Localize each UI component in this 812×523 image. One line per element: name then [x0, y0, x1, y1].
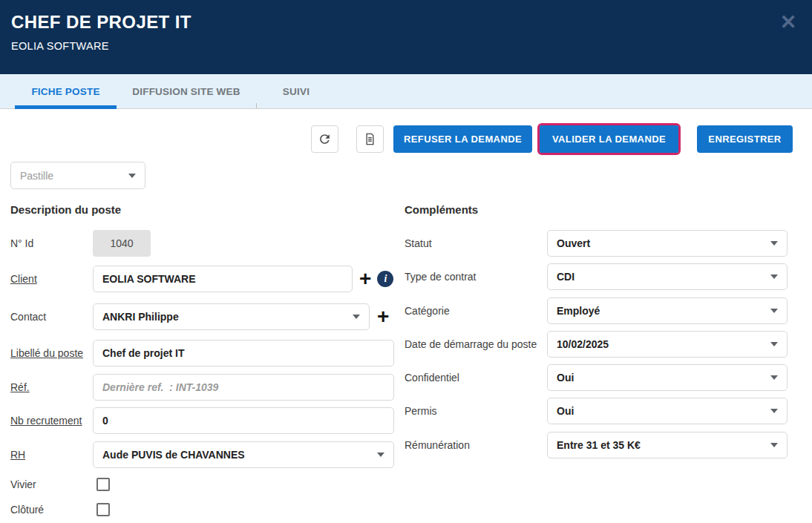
cloture-label: Clôturé — [10, 504, 96, 516]
refresh-icon — [318, 132, 332, 146]
section-title-complements: Compléments — [405, 203, 478, 216]
row-type-contrat: Type de contrat CDI — [405, 263, 802, 290]
confidentiel-select[interactable]: Oui — [547, 364, 788, 391]
remuneration-label: Rémunération — [405, 439, 547, 451]
add-client-icon[interactable]: + — [359, 269, 371, 289]
permis-select[interactable]: Oui — [547, 398, 788, 424]
date-demarrage-label: Date de démarrage du poste — [405, 338, 547, 350]
section-title-description: Description du poste — [10, 203, 121, 216]
vivier-label: Vivier — [10, 478, 96, 490]
validate-request-highlight: VALIDER LA DEMANDE — [537, 123, 681, 155]
chevron-down-icon — [770, 241, 778, 246]
nb-recrutement-label[interactable]: Nb recrutement — [10, 415, 93, 427]
refresh-button[interactable] — [311, 125, 338, 153]
client-label[interactable]: Client — [10, 273, 93, 285]
tab-divider — [256, 103, 257, 108]
ref-input[interactable] — [93, 374, 394, 401]
vivier-checkbox[interactable] — [96, 478, 110, 491]
save-button[interactable]: ENREGISTRER — [697, 125, 793, 153]
remuneration-value: Entre 31 et 35 K€ — [557, 439, 770, 451]
row-contact: Contact ANKRI Philippe + — [10, 303, 396, 330]
dialog-header: CHEF DE PROJET IT EOLIA SOFTWARE ✕ — [0, 0, 812, 74]
chevron-down-icon — [770, 409, 778, 413]
rh-value: Aude PUVIS de CHAVANNES — [102, 449, 377, 461]
type-contrat-select[interactable]: CDI — [547, 263, 788, 290]
pastille-select[interactable]: Pastille — [10, 162, 145, 189]
tab-bar: FICHE POSTE DIFFUSION SITE WEB SUIVI — [0, 74, 812, 109]
row-client: Client + i — [10, 266, 396, 292]
chevron-down-icon — [770, 443, 778, 447]
row-num-id: N° Id 1040 — [10, 230, 396, 257]
page-title: CHEF DE PROJET IT — [11, 12, 191, 33]
tab-suivi[interactable]: SUIVI — [256, 74, 336, 108]
tab-fiche-poste[interactable]: FICHE POSTE — [15, 74, 117, 108]
chevron-down-icon — [770, 274, 778, 279]
nb-recrutement-input[interactable] — [93, 407, 394, 434]
categorie-select[interactable]: Employé — [547, 297, 788, 324]
job-request-dialog: CHEF DE PROJET IT EOLIA SOFTWARE ✕ FICHE… — [0, 0, 812, 523]
row-rh: RH Aude PUVIS de CHAVANNES — [10, 441, 396, 468]
cloture-checkbox[interactable] — [96, 503, 110, 516]
chevron-down-icon — [377, 453, 384, 457]
type-contrat-value: CDI — [557, 271, 770, 283]
categorie-value: Employé — [557, 305, 770, 317]
row-remuneration: Rémunération Entre 31 et 35 K€ — [405, 432, 802, 458]
row-date-demarrage: Date de démarrage du poste 10/02/2025 — [405, 331, 802, 358]
statut-select[interactable]: Ouvert — [547, 230, 788, 257]
document-icon — [363, 132, 377, 146]
confidentiel-label: Confidentiel — [405, 372, 547, 384]
contact-value: ANKRI Philippe — [102, 311, 353, 323]
row-categorie: Catégorie Employé — [405, 297, 802, 324]
rh-select[interactable]: Aude PUVIS de CHAVANNES — [93, 441, 394, 468]
client-input[interactable] — [93, 266, 353, 292]
refuse-request-button[interactable]: REFUSER LA DEMANDE — [393, 125, 532, 153]
ref-label[interactable]: Réf. — [10, 381, 93, 393]
chevron-down-icon — [770, 375, 778, 380]
chevron-down-icon — [353, 315, 360, 319]
confidentiel-value: Oui — [557, 372, 770, 384]
contact-select[interactable]: ANKRI Philippe — [93, 303, 370, 330]
row-vivier: Vivier — [10, 477, 396, 492]
permis-label: Permis — [405, 405, 547, 417]
pastille-placeholder: Pastille — [20, 170, 128, 182]
categorie-label: Catégorie — [405, 305, 547, 317]
type-contrat-label: Type de contrat — [405, 271, 547, 283]
row-nb-recrutement: Nb recrutement — [10, 407, 396, 434]
row-statut: Statut Ouvert — [405, 230, 802, 257]
permis-value: Oui — [557, 405, 770, 417]
num-id-value: 1040 — [93, 230, 151, 257]
row-libelle: Libellé du poste — [10, 340, 396, 366]
row-permis: Permis Oui — [405, 398, 802, 424]
libelle-input[interactable] — [93, 340, 394, 366]
contact-label: Contact — [10, 311, 93, 323]
document-button[interactable] — [356, 125, 384, 153]
close-icon[interactable]: ✕ — [776, 10, 800, 34]
validate-request-button[interactable]: VALIDER LA DEMANDE — [540, 125, 678, 153]
statut-label: Statut — [405, 237, 547, 249]
date-demarrage-select[interactable]: 10/02/2025 — [547, 331, 788, 358]
page-subtitle: EOLIA SOFTWARE — [11, 40, 109, 52]
rh-label[interactable]: RH — [10, 449, 93, 461]
row-cloture: Clôturé — [10, 502, 396, 517]
chevron-down-icon — [770, 342, 778, 346]
libelle-label[interactable]: Libellé du poste — [10, 347, 93, 359]
chevron-down-icon — [128, 174, 136, 178]
chevron-down-icon — [770, 309, 778, 313]
statut-value: Ouvert — [557, 237, 770, 249]
client-info-icon[interactable]: i — [377, 271, 393, 287]
num-id-label: N° Id — [10, 237, 93, 249]
row-ref: Réf. — [10, 374, 396, 401]
remuneration-select[interactable]: Entre 31 et 35 K€ — [547, 432, 788, 458]
add-contact-icon[interactable]: + — [377, 306, 389, 327]
row-confidentiel: Confidentiel Oui — [405, 364, 802, 391]
date-demarrage-value: 10/02/2025 — [557, 338, 770, 350]
tab-diffusion-site-web[interactable]: DIFFUSION SITE WEB — [117, 74, 256, 108]
